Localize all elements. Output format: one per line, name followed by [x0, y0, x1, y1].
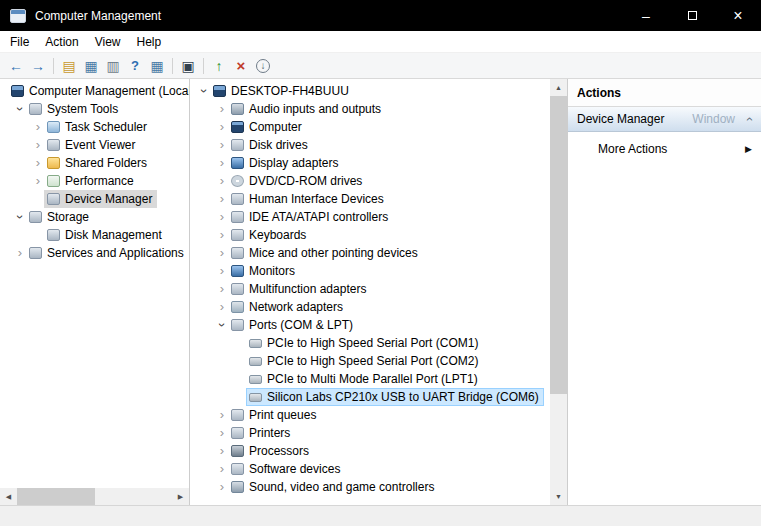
forward-button[interactable]: →: [27, 55, 49, 77]
help-button[interactable]: ?: [124, 55, 146, 77]
tree-item[interactable]: ›Task Scheduler: [0, 118, 189, 136]
expand-arrow-icon[interactable]: ›: [216, 463, 228, 475]
expand-arrow-icon[interactable]: ›: [216, 139, 228, 151]
disable-device-button[interactable]: ↓: [252, 55, 274, 77]
expand-arrow-icon[interactable]: ›: [14, 247, 26, 259]
more-actions-item[interactable]: More Actions ▶: [568, 138, 761, 160]
expand-arrow-icon[interactable]: ›: [216, 247, 228, 259]
expand-arrow-icon[interactable]: ›: [216, 229, 228, 241]
vertical-scroll-thumb[interactable]: [550, 96, 567, 394]
tree-item-content: Services and Applications: [26, 244, 189, 262]
actions-section-device-manager[interactable]: Device Manager Window ›: [568, 107, 761, 132]
tree-item[interactable]: ›Printers: [190, 424, 550, 442]
tree-item[interactable]: PCIe to High Speed Serial Port (COM2): [190, 352, 550, 370]
tree-item[interactable]: ›DESKTOP-FH4BUUU: [190, 82, 550, 100]
app-icon[interactable]: [10, 9, 26, 23]
tree-item[interactable]: ›IDE ATA/ATAPI controllers: [190, 208, 550, 226]
window-title: Computer Management: [35, 9, 161, 23]
tree-item[interactable]: ›System Tools: [0, 100, 189, 118]
show-hide-console-tree-button[interactable]: ▦: [80, 55, 102, 77]
properties-button[interactable]: ▥: [102, 55, 124, 77]
expand-arrow-icon[interactable]: ›: [216, 265, 228, 277]
uninstall-device-button[interactable]: ×: [230, 55, 252, 77]
tree-item[interactable]: ›DVD/CD-ROM drives: [190, 172, 550, 190]
collapse-arrow-icon[interactable]: ›: [198, 85, 210, 97]
menu-help[interactable]: Help: [129, 31, 170, 52]
expand-arrow-icon[interactable]: ›: [216, 103, 228, 115]
tree-item[interactable]: ›Keyboards: [190, 226, 550, 244]
scroll-down-button[interactable]: ▼: [550, 488, 567, 505]
back-button[interactable]: ←: [5, 55, 27, 77]
scroll-left-button[interactable]: ◀: [0, 488, 17, 505]
tree-item[interactable]: Disk Management: [0, 226, 189, 244]
tree-item[interactable]: Computer Management (Local: [0, 82, 189, 100]
maximize-button[interactable]: [669, 0, 715, 31]
status-bar: [0, 505, 761, 526]
tree-item[interactable]: ›Services and Applications: [0, 244, 189, 262]
collapse-arrow-icon[interactable]: ›: [216, 319, 228, 331]
tree-item[interactable]: ›Display adapters: [190, 154, 550, 172]
tree-item[interactable]: Silicon Labs CP210x USB to UART Bridge (…: [190, 388, 550, 406]
minimize-button[interactable]: –: [623, 0, 669, 31]
tree-item[interactable]: ›Shared Folders: [0, 154, 189, 172]
up-one-level-button[interactable]: ▤: [58, 55, 80, 77]
tree-item[interactable]: ›Event Viewer: [0, 136, 189, 154]
network-icon: [231, 301, 244, 313]
tree-item[interactable]: Device Manager: [0, 190, 189, 208]
expand-arrow-icon[interactable]: ›: [32, 157, 44, 169]
expand-arrow-icon[interactable]: ›: [216, 193, 228, 205]
tree-item[interactable]: ›Processors: [190, 442, 550, 460]
expand-arrow-icon[interactable]: ›: [216, 283, 228, 295]
tree-item[interactable]: ›Audio inputs and outputs: [190, 100, 550, 118]
tree-item[interactable]: PCIe to High Speed Serial Port (COM1): [190, 334, 550, 352]
tree-item[interactable]: ›Computer: [190, 118, 550, 136]
tree-item[interactable]: ›Performance: [0, 172, 189, 190]
tree-item[interactable]: ›Human Interface Devices: [190, 190, 550, 208]
close-button[interactable]: ×: [715, 0, 761, 31]
expand-arrow-icon[interactable]: ›: [216, 121, 228, 133]
horizontal-scroll-track[interactable]: [17, 488, 172, 505]
expand-arrow-icon[interactable]: ›: [216, 427, 228, 439]
left-pane-horizontal-scrollbar[interactable]: ◀ ▶: [0, 488, 189, 505]
tree-item[interactable]: ›Ports (COM & LPT): [190, 316, 550, 334]
scan-hardware-changes-button[interactable]: ▣: [177, 55, 199, 77]
tree-item[interactable]: ›Disk drives: [190, 136, 550, 154]
expand-arrow-icon[interactable]: ›: [216, 301, 228, 313]
tree-item-label: DESKTOP-FH4BUUU: [231, 84, 349, 98]
scroll-up-button[interactable]: ▲: [550, 79, 567, 96]
tree-item[interactable]: ›Network adapters: [190, 298, 550, 316]
menu-file[interactable]: File: [2, 31, 37, 52]
tree-item[interactable]: ›Storage: [0, 208, 189, 226]
collapse-arrow-icon[interactable]: ›: [14, 103, 26, 115]
expand-arrow-icon[interactable]: ›: [32, 175, 44, 187]
update-driver-button[interactable]: ↑: [208, 55, 230, 77]
horizontal-scroll-thumb[interactable]: [17, 488, 95, 505]
tree-item-content: Sound, video and game controllers: [228, 478, 439, 496]
tree-item[interactable]: ›Multifunction adapters: [190, 280, 550, 298]
tree-item[interactable]: ›Print queues: [190, 406, 550, 424]
disk-management-icon: [47, 229, 60, 241]
tree-item[interactable]: ›Software devices: [190, 460, 550, 478]
computer-management-window: Computer Management – × FileActionViewHe…: [0, 0, 761, 526]
tree-item[interactable]: ›Sound, video and game controllers: [190, 478, 550, 496]
vertical-scroll-track[interactable]: [550, 96, 567, 488]
device-pane-vertical-scrollbar[interactable]: ▲ ▼: [550, 79, 567, 505]
expand-arrow-icon[interactable]: ›: [216, 175, 228, 187]
expand-arrow-icon[interactable]: ›: [216, 445, 228, 457]
expand-arrow-icon[interactable]: ›: [216, 481, 228, 493]
collapse-section-icon[interactable]: ›: [740, 111, 756, 127]
expand-arrow-icon[interactable]: ›: [216, 211, 228, 223]
menu-action[interactable]: Action: [37, 31, 86, 52]
expand-arrow-icon[interactable]: ›: [32, 139, 44, 151]
expand-arrow-icon[interactable]: ›: [32, 121, 44, 133]
expand-arrow-icon[interactable]: ›: [216, 157, 228, 169]
expand-arrow-icon[interactable]: ›: [216, 409, 228, 421]
tree-item-content: Display adapters: [228, 154, 343, 172]
tree-item[interactable]: ›Monitors: [190, 262, 550, 280]
menu-view[interactable]: View: [87, 31, 129, 52]
show-hide-action-pane-button[interactable]: ▦: [146, 55, 168, 77]
tree-item[interactable]: ›Mice and other pointing devices: [190, 244, 550, 262]
collapse-arrow-icon[interactable]: ›: [14, 211, 26, 223]
scroll-right-button[interactable]: ▶: [172, 488, 189, 505]
tree-item[interactable]: PCIe to Multi Mode Parallel Port (LPT1): [190, 370, 550, 388]
